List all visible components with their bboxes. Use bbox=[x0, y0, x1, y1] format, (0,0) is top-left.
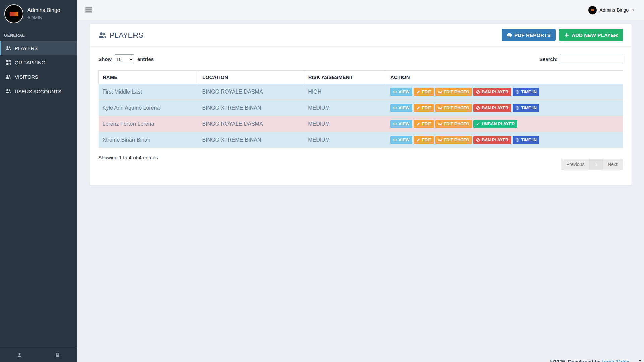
unban-player-button[interactable]: UNBAN PLAYER bbox=[473, 120, 517, 128]
view-button-label: VIEW bbox=[399, 122, 410, 126]
ban-player-button-label: BAN PLAYER bbox=[482, 89, 508, 94]
view-button[interactable]: VIEW bbox=[390, 104, 412, 112]
entries-select[interactable]: 10 bbox=[115, 54, 134, 64]
entries-label: entries bbox=[137, 56, 154, 62]
edit-photo-button-label: EDIT PHOTO bbox=[444, 122, 469, 126]
ban-icon bbox=[476, 106, 480, 110]
pencil-icon bbox=[416, 106, 420, 110]
ban-player-button[interactable]: BAN PLAYER bbox=[473, 88, 511, 96]
edit-button[interactable]: EDIT bbox=[414, 88, 434, 96]
table-controls: Show 10 entries Search: bbox=[98, 54, 623, 64]
edit-button-label: EDIT bbox=[422, 89, 431, 94]
corner-caret-icon bbox=[638, 358, 643, 362]
eye-icon bbox=[393, 90, 397, 94]
lock-icon[interactable] bbox=[55, 352, 60, 358]
image-icon bbox=[438, 138, 442, 142]
sidebar-item-visitors[interactable]: VISITORS bbox=[0, 70, 77, 84]
brand-subtitle: ADMIN bbox=[27, 15, 60, 20]
view-button[interactable]: VIEW bbox=[390, 136, 412, 144]
developer-link[interactable]: lorels@dev bbox=[602, 359, 630, 362]
player-actions-cell: VIEWEDITEDIT PHOTOBAN PLAYERTIME-IN bbox=[386, 132, 623, 148]
sidebar-footer bbox=[0, 348, 77, 362]
player-name-cell: Xtreme Binan Binan bbox=[99, 132, 198, 148]
top-navbar: Admins Bingo bbox=[77, 0, 644, 20]
sidebar-item-users-accounts[interactable]: USERS ACCOUNTS bbox=[0, 84, 77, 99]
pencil-icon bbox=[416, 138, 420, 142]
edit-button[interactable]: EDIT bbox=[414, 136, 434, 144]
player-name-cell: Kyle Ann Aquino Lorena bbox=[99, 100, 198, 116]
pencil-icon bbox=[416, 90, 420, 94]
brand-text: Admins Bingo ADMIN bbox=[27, 7, 60, 20]
pagination-page-1[interactable]: 1 bbox=[589, 159, 602, 170]
player-risk-cell: MEDIUM bbox=[304, 100, 386, 116]
add-new-player-label: ADD NEW PLAYER bbox=[572, 32, 618, 38]
page-footer: ©2025, Developed by lorels@dev bbox=[550, 359, 629, 362]
eye-icon bbox=[393, 106, 397, 110]
edit-photo-button[interactable]: EDIT PHOTO bbox=[435, 136, 472, 144]
time-in-button[interactable]: TIME-IN bbox=[513, 136, 539, 144]
view-button[interactable]: VIEW bbox=[390, 120, 412, 128]
clock-icon bbox=[515, 106, 519, 110]
table-row: Lorenz Forton LorenaBINGO ROYALE DASMAME… bbox=[99, 116, 623, 132]
edit-button-label: EDIT bbox=[422, 138, 431, 142]
ban-player-button[interactable]: BAN PLAYER bbox=[473, 136, 511, 144]
time-in-button[interactable]: TIME-IN bbox=[513, 104, 539, 112]
edit-photo-button-label: EDIT PHOTO bbox=[444, 106, 469, 110]
players-card: PLAYERS PDF REPORTS ADD NEW PLAYER bbox=[89, 23, 632, 186]
ban-player-button[interactable]: BAN PLAYER bbox=[473, 104, 511, 112]
app-root: Admins Bingo ADMIN GENERAL PLAYERSQR TAP… bbox=[0, 0, 644, 362]
sidebar-item-qr-tapping[interactable]: QR TAPPING bbox=[0, 55, 77, 70]
user-menu[interactable]: Admins Bingo bbox=[588, 6, 635, 15]
edit-photo-button[interactable]: EDIT PHOTO bbox=[435, 120, 472, 128]
player-risk-cell: MEDIUM bbox=[304, 116, 386, 132]
column-header-action[interactable]: ACTION bbox=[386, 71, 623, 84]
pagination-next[interactable]: Next bbox=[602, 159, 623, 170]
view-button[interactable]: VIEW bbox=[390, 88, 412, 96]
sidebar-section-label: GENERAL bbox=[0, 27, 77, 41]
pdf-reports-label: PDF REPORTS bbox=[514, 32, 551, 38]
add-new-player-button[interactable]: ADD NEW PLAYER bbox=[559, 29, 623, 41]
table-row: Xtreme Binan BinanBINGO XTREME BINANMEDI… bbox=[99, 132, 623, 148]
time-in-button-label: TIME-IN bbox=[521, 106, 537, 110]
pagination-previous[interactable]: Previous bbox=[561, 159, 589, 170]
image-icon bbox=[438, 90, 442, 94]
pdf-reports-button[interactable]: PDF REPORTS bbox=[502, 29, 556, 41]
table-footer: Showing 1 to 4 of 4 entries Previous 1 N… bbox=[98, 153, 623, 170]
player-actions-cell: VIEWEDITEDIT PHOTOBAN PLAYERTIME-IN bbox=[386, 84, 623, 100]
time-in-button-label: TIME-IN bbox=[521, 89, 537, 94]
unban-player-button-label: UNBAN PLAYER bbox=[482, 122, 515, 126]
brand-title: Admins Bingo bbox=[27, 7, 60, 13]
sidebar-item-label: PLAYERS bbox=[15, 45, 38, 51]
sidebar-item-players[interactable]: PLAYERS bbox=[0, 41, 77, 55]
edit-button[interactable]: EDIT bbox=[414, 104, 434, 112]
person-icon[interactable] bbox=[17, 352, 22, 358]
edit-button[interactable]: EDIT bbox=[414, 120, 434, 128]
players-table-body: First Middle LastBINGO ROYALE DASMAHIGHV… bbox=[99, 84, 623, 148]
table-row: Kyle Ann Aquino LorenaBINGO XTREME BINAN… bbox=[99, 100, 623, 116]
column-header-risk-assesment[interactable]: RISK ASSESMENT bbox=[304, 71, 386, 84]
user-name: Admins Bingo bbox=[600, 7, 629, 13]
time-in-button[interactable]: TIME-IN bbox=[513, 88, 539, 96]
card-header: PLAYERS PDF REPORTS ADD NEW PLAYER bbox=[90, 24, 632, 47]
image-icon bbox=[438, 106, 442, 110]
search-input[interactable] bbox=[560, 54, 623, 64]
player-risk-cell: MEDIUM bbox=[304, 132, 386, 148]
eye-icon bbox=[393, 138, 397, 142]
column-header-location[interactable]: LOCATION bbox=[198, 71, 304, 84]
hamburger-menu-icon[interactable] bbox=[85, 6, 93, 14]
view-button-label: VIEW bbox=[399, 89, 410, 94]
edit-photo-button[interactable]: EDIT PHOTO bbox=[435, 88, 472, 96]
sidebar: Admins Bingo ADMIN GENERAL PLAYERSQR TAP… bbox=[0, 0, 77, 362]
player-actions-cell: VIEWEDITEDIT PHOTOBAN PLAYERTIME-IN bbox=[386, 100, 623, 116]
plus-icon bbox=[564, 33, 569, 38]
sidebar-item-label: VISITORS bbox=[15, 74, 38, 80]
edit-photo-button[interactable]: EDIT PHOTO bbox=[435, 104, 472, 112]
content: PLAYERS PDF REPORTS ADD NEW PLAYER bbox=[77, 20, 644, 186]
edit-photo-button-label: EDIT PHOTO bbox=[444, 89, 469, 94]
ban-player-button-label: BAN PLAYER bbox=[482, 106, 508, 110]
sidebar-item-label: USERS ACCOUNTS bbox=[15, 88, 61, 94]
player-location-cell: BINGO ROYALE DASMA bbox=[198, 116, 304, 132]
player-actions-cell: VIEWEDITEDIT PHOTOUNBAN PLAYER bbox=[386, 116, 623, 132]
table-info: Showing 1 to 4 of 4 entries bbox=[98, 153, 158, 160]
column-header-name[interactable]: NAME bbox=[99, 71, 198, 84]
